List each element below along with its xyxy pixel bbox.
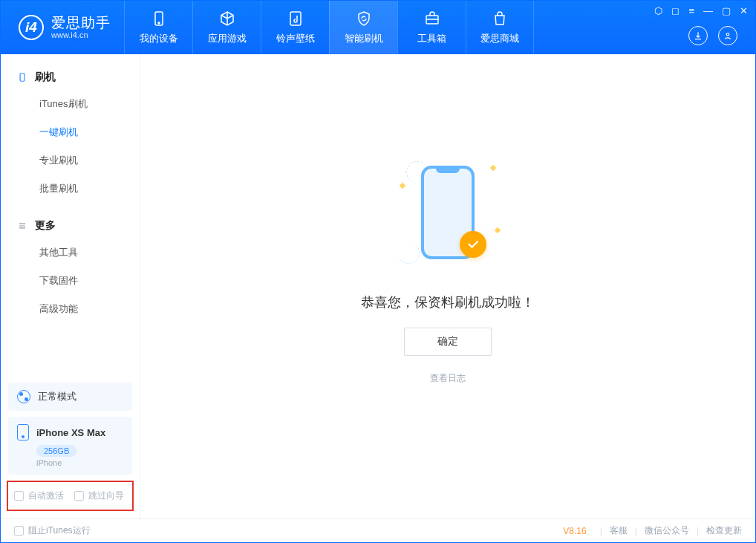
svg-point-1 bbox=[158, 22, 160, 24]
user-icon bbox=[723, 30, 733, 41]
device-small-icon bbox=[17, 72, 27, 82]
sidebar-section-more: 更多 其他工具 下载固件 高级功能 bbox=[1, 203, 140, 323]
nav-flash[interactable]: 智能刷机 bbox=[329, 1, 397, 54]
sidebar-bottom: 正常模式 iPhone XS Max 256GB iPhone 自动激活 跳过向… bbox=[1, 377, 140, 518]
checkbox-icon bbox=[14, 526, 24, 536]
app-body: 刷机 iTunes刷机 一键刷机 专业刷机 批量刷机 更多 其他工具 下载固件 … bbox=[1, 54, 755, 518]
skip-guide-checkbox[interactable]: 跳过向导 bbox=[74, 490, 124, 502]
auto-options-highlight: 自动激活 跳过向导 bbox=[7, 481, 134, 511]
logo-text: 爱思助手 www.i4.cn bbox=[51, 16, 111, 40]
nav-mydevice[interactable]: 我的设备 bbox=[124, 1, 192, 54]
sidebar-item-download-firmware[interactable]: 下载固件 bbox=[1, 267, 140, 295]
header-right-actions bbox=[688, 26, 737, 45]
cube-icon bbox=[218, 10, 236, 27]
feedback-icon[interactable]: ◻ bbox=[671, 5, 680, 16]
checkbox-icon bbox=[74, 491, 84, 501]
section-title: 刷机 bbox=[35, 71, 56, 84]
svg-rect-2 bbox=[290, 12, 301, 25]
version-label: V8.16 bbox=[563, 526, 586, 536]
ok-button[interactable]: 确定 bbox=[404, 328, 492, 356]
account-button[interactable] bbox=[718, 26, 737, 45]
mode-card[interactable]: 正常模式 bbox=[8, 383, 132, 411]
support-link[interactable]: 客服 bbox=[610, 524, 628, 537]
mode-label: 正常模式 bbox=[38, 390, 76, 403]
logo-icon: i4 bbox=[19, 15, 44, 40]
nav-ringtones[interactable]: 铃声壁纸 bbox=[261, 1, 329, 54]
nav-label: 工具箱 bbox=[417, 32, 446, 45]
success-panel: 恭喜您，保资料刷机成功啦！ 确定 查看日志 bbox=[361, 158, 535, 385]
phone-success-illustration bbox=[396, 158, 500, 277]
view-log-link[interactable]: 查看日志 bbox=[430, 372, 466, 385]
app-name: 爱思助手 bbox=[51, 16, 111, 31]
sidebar-heading-more: 更多 bbox=[1, 213, 140, 238]
window-controls: ⬡ ◻ ≡ — ▢ ✕ bbox=[654, 5, 748, 16]
auto-activate-label: 自动激活 bbox=[28, 490, 64, 502]
sidebar: 刷机 iTunes刷机 一键刷机 专业刷机 批量刷机 更多 其他工具 下载固件 … bbox=[1, 54, 140, 518]
status-bar: 阻止iTunes运行 V8.16 | 客服 | 微信公众号 | 检查更新 bbox=[1, 518, 755, 542]
nav-toolbox[interactable]: 工具箱 bbox=[397, 1, 466, 54]
shield-refresh-icon bbox=[355, 10, 373, 27]
nav-label: 铃声壁纸 bbox=[276, 32, 315, 45]
check-badge-icon bbox=[460, 231, 486, 258]
svg-rect-5 bbox=[20, 74, 25, 82]
sidebar-item-batch-flash[interactable]: 批量刷机 bbox=[1, 175, 140, 203]
device-type: iPhone bbox=[36, 458, 123, 467]
nav-label: 我的设备 bbox=[140, 32, 178, 45]
menu-icon[interactable]: ≡ bbox=[688, 5, 694, 16]
list-icon bbox=[17, 221, 27, 231]
device-card[interactable]: iPhone XS Max 256GB iPhone bbox=[8, 417, 132, 475]
sidebar-item-itunes-flash[interactable]: iTunes刷机 bbox=[1, 90, 140, 118]
sidebar-item-other-tools[interactable]: 其他工具 bbox=[1, 238, 140, 267]
bag-icon bbox=[491, 10, 509, 27]
app-header: i4 爱思助手 www.i4.cn 我的设备 应用游戏 铃声壁纸 智能刷机 工具… bbox=[1, 1, 755, 54]
wechat-link[interactable]: 微信公众号 bbox=[645, 524, 689, 537]
minimize-button[interactable]: — bbox=[703, 5, 713, 16]
toolbox-icon bbox=[423, 10, 441, 27]
check-update-link[interactable]: 检查更新 bbox=[706, 524, 742, 537]
download-icon bbox=[693, 30, 703, 41]
checkbox-icon bbox=[14, 491, 24, 501]
sidebar-item-one-click-flash[interactable]: 一键刷机 bbox=[1, 118, 140, 146]
phone-icon bbox=[150, 10, 168, 27]
download-button[interactable] bbox=[688, 26, 708, 45]
logo[interactable]: i4 爱思助手 www.i4.cn bbox=[1, 15, 124, 40]
music-file-icon bbox=[287, 10, 304, 27]
block-itunes-checkbox[interactable]: 阻止iTunes运行 bbox=[14, 524, 91, 537]
top-nav: 我的设备 应用游戏 铃声壁纸 智能刷机 工具箱 爱思商城 bbox=[124, 1, 534, 54]
device-name: iPhone XS Max bbox=[36, 427, 105, 438]
nav-store[interactable]: 爱思商城 bbox=[466, 1, 534, 54]
nav-label: 爱思商城 bbox=[480, 32, 519, 45]
sidebar-item-pro-flash[interactable]: 专业刷机 bbox=[1, 146, 140, 175]
tshirt-icon[interactable]: ⬡ bbox=[654, 5, 662, 16]
auto-activate-checkbox[interactable]: 自动激活 bbox=[14, 490, 64, 502]
skip-guide-label: 跳过向导 bbox=[88, 490, 124, 502]
sidebar-heading-flash: 刷机 bbox=[1, 65, 140, 90]
block-itunes-label: 阻止iTunes运行 bbox=[28, 524, 91, 537]
close-button[interactable]: ✕ bbox=[740, 5, 748, 16]
nav-label: 应用游戏 bbox=[208, 32, 247, 45]
mode-icon bbox=[17, 390, 30, 403]
nav-apps[interactable]: 应用游戏 bbox=[192, 1, 261, 54]
success-message: 恭喜您，保资料刷机成功啦！ bbox=[361, 293, 535, 311]
maximize-button[interactable]: ▢ bbox=[722, 5, 731, 16]
sidebar-section-flash: 刷机 iTunes刷机 一键刷机 专业刷机 批量刷机 bbox=[1, 54, 140, 203]
app-url: www.i4.cn bbox=[51, 30, 111, 39]
device-storage-badge: 256GB bbox=[36, 445, 76, 457]
sidebar-item-advanced[interactable]: 高级功能 bbox=[1, 295, 140, 323]
nav-label: 智能刷机 bbox=[345, 32, 383, 45]
main-content: 恭喜您，保资料刷机成功啦！ 确定 查看日志 bbox=[140, 54, 755, 518]
device-icon bbox=[17, 424, 29, 440]
section-title: 更多 bbox=[35, 219, 56, 233]
svg-point-4 bbox=[726, 33, 729, 36]
